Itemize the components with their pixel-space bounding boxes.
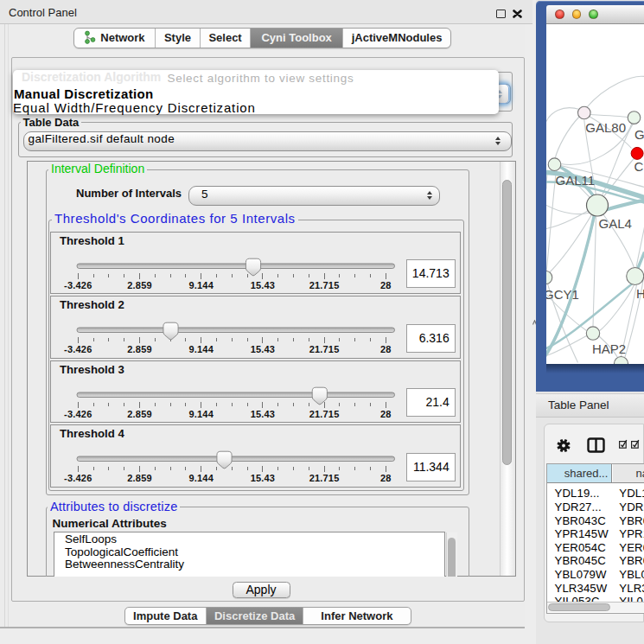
- svg-text:GA: GA: [634, 127, 644, 142]
- svg-text:21.715: 21.715: [309, 279, 340, 290]
- svg-text:GAL80: GAL80: [585, 119, 626, 134]
- svg-text:9.144: 9.144: [188, 344, 214, 354]
- svg-text:9.144: 9.144: [188, 408, 214, 418]
- svg-text:H: H: [636, 285, 644, 300]
- svg-text:C: C: [634, 159, 643, 174]
- svg-text:2.859: 2.859: [127, 279, 152, 290]
- svg-text:2.859: 2.859: [127, 408, 152, 418]
- svg-text:28: 28: [380, 279, 392, 290]
- svg-text:HAP2: HAP2: [592, 341, 626, 355]
- svg-text:-3.426: -3.426: [64, 344, 92, 354]
- svg-text:2.859: 2.859: [127, 473, 152, 483]
- svg-text:15.43: 15.43: [251, 279, 276, 290]
- svg-text:15.43: 15.43: [251, 344, 276, 354]
- svg-text:GAL4: GAL4: [598, 215, 631, 230]
- svg-text:GCY1: GCY1: [546, 286, 579, 301]
- svg-text:28: 28: [380, 344, 392, 354]
- svg-text:21.715: 21.715: [309, 408, 340, 418]
- svg-text:21.715: 21.715: [309, 344, 340, 354]
- svg-text:2.859: 2.859: [127, 344, 152, 354]
- svg-text:-3.426: -3.426: [64, 279, 92, 290]
- svg-text:15.43: 15.43: [251, 473, 276, 483]
- svg-text:-3.426: -3.426: [64, 408, 92, 418]
- svg-text:15.43: 15.43: [251, 408, 276, 418]
- svg-text:GAL11: GAL11: [555, 173, 595, 188]
- svg-text:28: 28: [380, 408, 392, 418]
- svg-text:-3.426: -3.426: [64, 473, 92, 483]
- svg-text:21.715: 21.715: [309, 473, 340, 483]
- svg-text:28: 28: [380, 473, 392, 483]
- svg-text:9.144: 9.144: [188, 279, 214, 290]
- svg-text:9.144: 9.144: [188, 473, 214, 483]
